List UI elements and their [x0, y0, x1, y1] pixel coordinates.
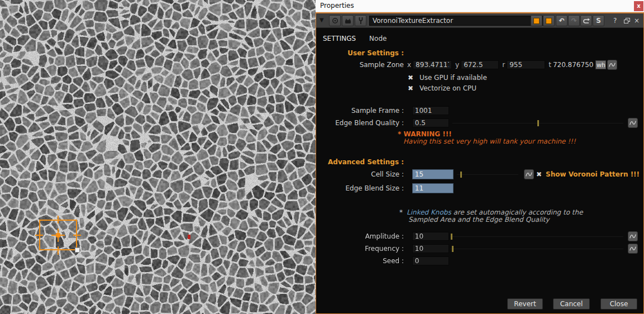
properties-title: Properties	[320, 2, 354, 9]
sample-frame-row: Sample Frame :	[316, 106, 643, 116]
revert-arrow-icon	[583, 17, 590, 25]
cell-size-slider-tick[interactable]	[460, 172, 462, 178]
script-s-icon: S	[596, 17, 601, 25]
sample-zone-x-input[interactable]	[413, 60, 452, 69]
redo-button[interactable]: ↷	[568, 15, 580, 26]
cell-size-row: Cell Size : ✖ Show Voronoi Pattern !!!	[316, 169, 643, 179]
voronoi-texture-canvas	[0, 0, 316, 314]
sample-zone-y-label: y	[455, 60, 459, 70]
user-settings-heading-row: User Settings :	[316, 48, 643, 58]
tab-bar: SETTINGS Node	[323, 34, 387, 44]
node-name-input[interactable]	[369, 16, 554, 26]
script-button[interactable]: S	[593, 15, 604, 26]
revert-knobs-button[interactable]	[580, 15, 592, 26]
edge-blend-quality-input[interactable]	[412, 118, 449, 127]
curve-icon	[629, 233, 637, 240]
gl-color-swatch-icon	[546, 18, 552, 24]
sample-zone-r-input[interactable]	[507, 60, 545, 69]
undo-button[interactable]: ↶	[556, 15, 567, 26]
edge-blend-size-row: Edge Blend Size :	[316, 183, 643, 193]
sample-zone-tick-top[interactable]	[58, 216, 59, 223]
seed-label: Seed :	[316, 256, 404, 266]
sample-zone-curve-button[interactable]	[607, 60, 617, 70]
collapse-triangle-icon[interactable]: ▼	[319, 17, 324, 23]
warning-body: Having this set very high will tank your…	[316, 136, 643, 146]
edge-blend-size-label: Edge Blend Size :	[316, 183, 404, 193]
sample-zone-r-label: r	[502, 60, 505, 70]
tab-node[interactable]: Node	[369, 34, 387, 44]
show-voronoi-checkbox[interactable]: ✖	[536, 169, 542, 179]
use-gpu-checkbox[interactable]: ✖	[408, 74, 413, 82]
close-button[interactable]: Close	[600, 298, 637, 310]
postage-stamp-button[interactable]	[342, 15, 354, 26]
help-icon[interactable]: ?	[613, 17, 617, 25]
close-panel-icon[interactable]: ×	[634, 17, 640, 25]
node-color-button[interactable]	[531, 15, 542, 26]
wrench-icon	[357, 17, 364, 25]
curve-icon	[525, 171, 533, 178]
frequency-slider-track[interactable]	[450, 249, 623, 249]
revert-button[interactable]: Revert	[507, 298, 543, 310]
cancel-button[interactable]: Cancel	[553, 298, 590, 310]
center-node-button[interactable]	[329, 15, 341, 26]
frequency-slider-tick[interactable]	[452, 246, 454, 252]
amplitude-curve-button[interactable]	[628, 231, 638, 241]
advanced-settings-heading-row: Advanced Settings :	[316, 157, 643, 167]
sample-zone-y-input[interactable]	[461, 60, 499, 69]
cell-size-label: Cell Size :	[316, 169, 404, 179]
frequency-input[interactable]	[412, 244, 449, 253]
sample-zone-tick-left[interactable]	[35, 235, 43, 236]
float-window-icon[interactable]	[624, 18, 630, 23]
sample-zone-t-value[interactable]: 720.876750	[553, 60, 594, 70]
user-settings-heading: User Settings :	[316, 48, 404, 58]
curve-icon	[608, 61, 616, 68]
curve-icon	[629, 245, 637, 252]
curve-icon	[629, 120, 637, 126]
sample-zone-x-label: x	[407, 60, 411, 70]
redo-arrow-icon: ↷	[571, 17, 576, 25]
tab-settings[interactable]: SETTINGS	[323, 34, 356, 44]
frequency-label: Frequency :	[316, 244, 404, 254]
properties-pane: Properties x ▼	[316, 0, 644, 314]
frequency-curve-button[interactable]	[628, 244, 638, 254]
sample-frame-input[interactable]	[412, 106, 449, 115]
advanced-settings-heading: Advanced Settings :	[316, 157, 404, 167]
seed-input[interactable]	[412, 256, 449, 265]
circle-dot-icon	[332, 17, 338, 24]
edge-blend-size-input[interactable]	[412, 183, 454, 193]
viewer-red-marker	[188, 235, 190, 239]
sample-zone-row: Sample Zone x y r t 720.876750 wh	[316, 60, 643, 70]
edge-blend-quality-curve-button[interactable]	[628, 118, 638, 128]
sample-zone-center-handle[interactable]	[56, 233, 60, 237]
vectorize-label[interactable]: Vectorize on CPU	[419, 84, 476, 92]
edge-blend-quality-slider-tick[interactable]	[537, 120, 539, 126]
edge-blend-quality-label: Edge Blend Quality :	[316, 118, 404, 128]
sample-zone-tick-bottom[interactable]	[58, 246, 59, 255]
use-gpu-label[interactable]: Use GPU if available	[419, 74, 487, 82]
amplitude-label: Amplitude :	[316, 231, 404, 241]
properties-titlebar[interactable]: Properties x	[316, 0, 644, 12]
undo-arrow-icon: ↶	[559, 17, 564, 25]
gl-color-button[interactable]	[543, 15, 555, 26]
cell-size-slider-track[interactable]	[457, 174, 518, 175]
linked-knobs-note-line2: Sampled Area and the Edge Blend Quality	[316, 215, 643, 225]
cell-size-input[interactable]	[412, 169, 454, 179]
sample-zone-t-label: t	[548, 60, 551, 70]
use-gpu-row: ✖ Use GPU if available	[316, 73, 643, 83]
node-properties-panel: ▼	[316, 12, 644, 314]
wrench-button[interactable]	[355, 15, 366, 26]
sample-frame-label: Sample Frame :	[316, 106, 404, 116]
sample-zone-corner-handle[interactable]	[75, 248, 80, 253]
wh-button[interactable]: wh	[595, 60, 606, 69]
amplitude-slider-tick[interactable]	[451, 234, 452, 240]
tv-icon	[344, 17, 352, 25]
node-header-strip: ▼	[316, 13, 643, 28]
show-voronoi-label[interactable]: Show Voronoi Pattern !!!	[546, 169, 640, 179]
sample-zone-tick-right[interactable]	[73, 235, 81, 236]
amplitude-slider-track[interactable]	[450, 236, 623, 237]
panel-close-button[interactable]: x	[634, 1, 643, 11]
cell-size-curve-button[interactable]	[524, 169, 534, 179]
amplitude-input[interactable]	[412, 232, 449, 241]
vectorize-checkbox[interactable]: ✖	[408, 84, 413, 92]
vectorize-row: ✖ Vectorize on CPU	[316, 83, 643, 93]
